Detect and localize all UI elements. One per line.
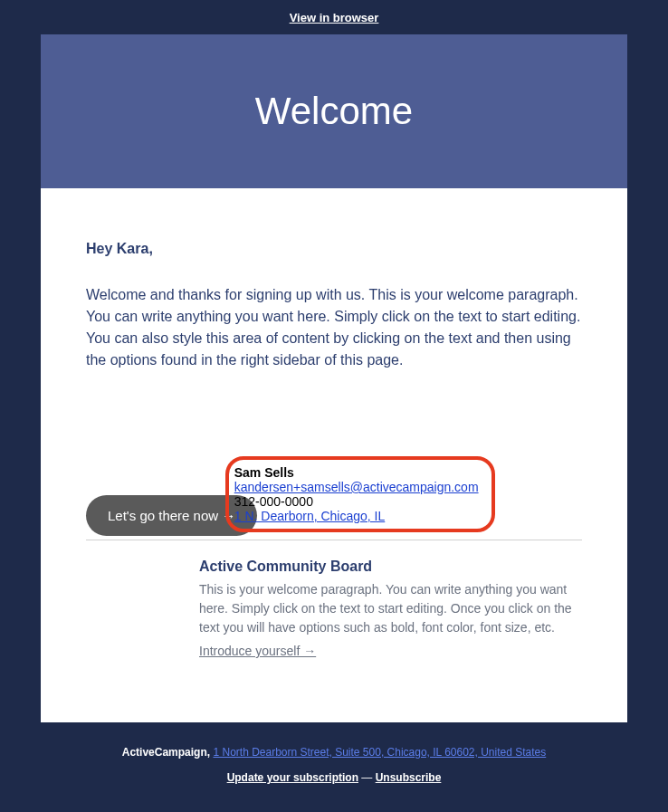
unsubscribe-link[interactable]: Unsubscribe bbox=[376, 771, 442, 784]
community-text: This is your welcome paragraph. You can … bbox=[199, 580, 582, 637]
hero-banner: Welcome bbox=[41, 34, 627, 188]
sender-name: Sam Sells bbox=[234, 465, 479, 480]
email-body: Hey Kara, Welcome and thanks for signing… bbox=[41, 188, 627, 722]
email-container: Welcome Hey Kara, Welcome and thanks for… bbox=[41, 34, 627, 722]
sender-address-link[interactable]: 1 N. Dearborn, Chicago, IL bbox=[234, 509, 479, 523]
sender-phone: 312-000-0000 bbox=[234, 494, 479, 509]
welcome-paragraph: Welcome and thanks for signing up with u… bbox=[86, 284, 582, 371]
hero-title: Welcome bbox=[255, 90, 413, 133]
footer-company-line: ActiveCampaign, 1 North Dearborn Street,… bbox=[0, 746, 668, 759]
divider bbox=[86, 540, 582, 540]
top-bar: View in browser bbox=[0, 0, 668, 34]
footer-separator: — bbox=[361, 771, 375, 784]
update-subscription-link[interactable]: Update your subscription bbox=[227, 771, 358, 784]
sender-email-link[interactable]: kandersen+samsells@activecampaign.com bbox=[234, 480, 479, 494]
community-section: Active Community Board This is your welc… bbox=[199, 559, 582, 695]
footer-address-link[interactable]: 1 North Dearborn Street, Suite 500, Chic… bbox=[213, 746, 546, 759]
view-in-browser-link[interactable]: View in browser bbox=[290, 11, 379, 24]
introduce-yourself-link[interactable]: Introduce yourself → bbox=[199, 644, 316, 658]
community-title: Active Community Board bbox=[199, 559, 582, 575]
greeting-text: Hey Kara, bbox=[86, 241, 582, 257]
footer: ActiveCampaign, 1 North Dearborn Street,… bbox=[0, 722, 668, 807]
footer-links: Update your subscription — Unsubscribe bbox=[0, 771, 668, 784]
sender-block: Sam Sells kandersen+samsells@activecampa… bbox=[225, 456, 495, 532]
footer-company-name: ActiveCampaign, bbox=[122, 746, 210, 759]
